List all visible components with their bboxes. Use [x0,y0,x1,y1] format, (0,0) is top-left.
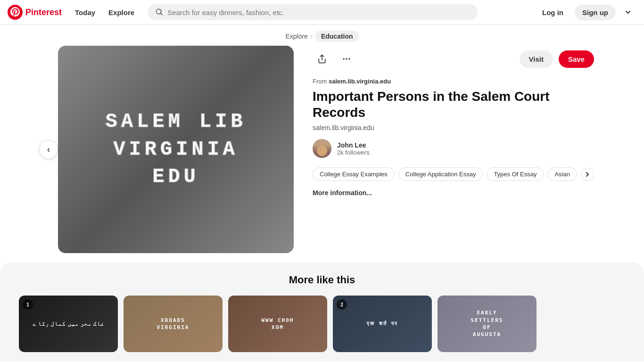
card-text-3: WWW CHOHXOM [228,296,327,352]
card-text-4: एक शर्त पर [333,296,432,352]
more-card-2[interactable]: XROADSVIRGINIA [124,296,223,352]
nav-today[interactable]: Today [69,5,101,20]
author-info: John Lee 2k followers [337,141,370,156]
pinterest-logo-icon [8,5,23,20]
breadcrumb-current[interactable]: Education [315,31,359,42]
share-icon [317,54,327,64]
breadcrumb: Explore › Education [0,25,644,46]
author-row: John Lee 2k followers [313,139,594,158]
pin-detail: Visit Save From salem.lib.virginia.edu I… [313,46,594,253]
tags-row: College Essay Examples College Applicati… [313,167,594,181]
more-options-icon [342,54,351,64]
tag-4[interactable]: Asian [547,167,577,181]
source-domain-link[interactable]: salem.lib.virginia.edu [329,78,391,85]
chevron-down-icon [624,8,632,16]
main-content: ‹ SALEM LIB VIRGINIA EDU V [39,46,605,263]
back-button[interactable]: ‹ [39,140,58,159]
pin-source: From salem.lib.virginia.edu [313,78,594,85]
more-grid: 1 غاک محر میں کمال رکا ے XROADSVIRGINIA … [19,296,625,352]
more-card-5[interactable]: EARLYSETTLERSOFAUGUSTA [438,296,537,352]
search-bar[interactable] [148,4,478,20]
signup-button[interactable]: Sign up [575,5,616,20]
header: Pinterest Today Explore Log in Sign up [0,0,644,25]
svg-point-3 [348,58,350,59]
svg-point-0 [8,5,23,20]
card-text-5: EARLYSETTLERSOFAUGUSTA [438,296,537,352]
share-button[interactable] [313,49,331,68]
header-actions: Log in Sign up [535,4,636,21]
login-button[interactable]: Log in [535,5,571,20]
logo[interactable]: Pinterest [8,5,62,20]
visit-button[interactable]: Visit [520,50,553,68]
breadcrumb-explore[interactable]: Explore [285,33,307,40]
more-section: More like this 1 غاک محر میں کمال رکا ے … [0,263,644,362]
svg-point-1 [343,58,345,59]
more-card-4[interactable]: 2 एक शर्त पर [333,296,432,352]
more-section-title: More like this [19,274,625,286]
pin-actions: Visit Save [313,49,594,68]
svg-point-2 [346,58,347,59]
avatar[interactable] [313,139,331,158]
pin-title: Important Persons in the Salem Court Rec… [313,89,594,120]
nav-explore[interactable]: Explore [103,5,140,20]
avatar-image [313,139,331,158]
author-followers: 2k followers [337,149,370,156]
more-info-link[interactable]: More information... [313,189,372,197]
chevron-right-icon [585,172,590,177]
card-text-2: XROADSVIRGINIA [124,296,223,352]
logo-text: Pinterest [25,8,62,17]
save-button[interactable]: Save [559,50,594,68]
from-label: From [313,78,327,85]
pin-image-line2: VIRGINIA [106,136,247,164]
tag-2[interactable]: College Application Essay [398,167,483,181]
main-nav: Today Explore [69,5,140,20]
more-card-1[interactable]: 1 غاک محر میں کمال رکا ے [19,296,118,352]
pin-domain: salem.lib.virginia.edu [313,124,594,132]
pin-image-display: SALEM LIB VIRGINIA EDU [106,108,247,191]
tag-3[interactable]: Types Of Essay [487,167,544,181]
search-icon [155,8,164,16]
more-card-3[interactable]: WWW CHOHXOM [228,296,327,352]
pin-image-line3: EDU [106,163,247,191]
breadcrumb-separator: › [311,33,313,40]
tag-1[interactable]: College Essay Examples [313,167,395,181]
more-options-button[interactable] [337,49,356,68]
tags-more-button[interactable] [581,168,594,181]
author-name[interactable]: John Lee [337,141,370,149]
pin-image: SALEM LIB VIRGINIA EDU [58,46,294,253]
card-text-1: غاک محر میں کمال رکا ے [19,296,118,352]
expand-menu-button[interactable] [619,4,636,21]
pin-image-line1: SALEM LIB [106,108,247,136]
avatar-head [317,146,327,156]
search-input[interactable] [167,8,470,16]
